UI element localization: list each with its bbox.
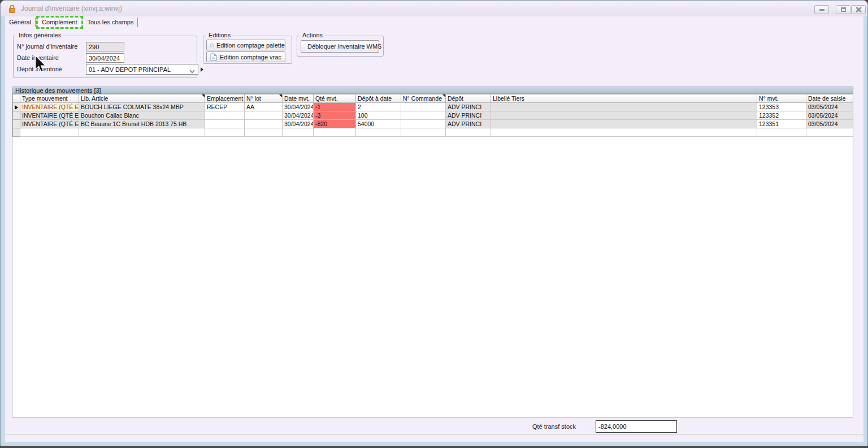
maximize-button[interactable]: [836, 5, 850, 14]
debloquer-inventaire-wms-button[interactable]: Débloquer inventaire WMS: [301, 40, 379, 53]
minimize-button[interactable]: [814, 5, 829, 14]
row-selector[interactable]: [13, 111, 20, 120]
col-n-lot[interactable]: N° lot: [245, 94, 283, 103]
cell-date-saisie[interactable]: [806, 128, 854, 137]
qte-transf-stock-label: Qté transf stock: [508, 423, 576, 430]
window-border-bottom: [1, 442, 868, 446]
cell-lot[interactable]: AA: [245, 103, 283, 111]
journal-number-label: N° journal d'inventaire: [17, 43, 77, 50]
filter-corner-icon: [279, 94, 282, 97]
cell-type[interactable]: INVENTAIRE (QTÉ EN -): [20, 120, 79, 128]
cell-tiers[interactable]: [491, 103, 757, 111]
cell-tiers[interactable]: [491, 128, 757, 137]
cell-lot[interactable]: [245, 120, 283, 128]
col-emplacement[interactable]: Emplacement: [205, 94, 245, 103]
col-date-mvt[interactable]: Date mvt.: [283, 94, 314, 103]
cell-depot[interactable]: ADV PRINCI: [446, 103, 491, 111]
cell-tiers[interactable]: [491, 120, 757, 128]
col-qte-mvt[interactable]: Qté mvt.: [314, 94, 356, 103]
cell-depot-a-date[interactable]: 54000: [356, 120, 401, 128]
cell-depot[interactable]: [446, 128, 491, 137]
report-icon: [210, 53, 217, 61]
close-icon: [856, 7, 861, 12]
grid-header-row: Type mouvement Lib. Article Emplacement …: [13, 94, 854, 103]
tab-complement[interactable]: Complément: [38, 18, 81, 27]
cell-qte-mvt[interactable]: -820: [314, 120, 356, 128]
cell-tiers[interactable]: [491, 111, 757, 120]
current-row-icon: [15, 105, 18, 110]
cell-date-saisie[interactable]: 03/05/2024: [806, 103, 854, 111]
cell-commande[interactable]: [401, 120, 446, 128]
cell-article[interactable]: BOUCH LIEGE COLMATE 38x24 MBP: [79, 103, 205, 111]
cell-type[interactable]: [20, 128, 79, 137]
cell-depot[interactable]: ADV PRINCI: [446, 111, 491, 120]
tab-tous-les-champs[interactable]: Tous les champs: [84, 18, 138, 27]
grid-caption: Historique des mouvements [3]: [12, 87, 853, 94]
col-n-commande[interactable]: N° Commande: [401, 94, 446, 103]
cell-n-mvt[interactable]: 123353: [757, 103, 806, 111]
cell-article[interactable]: BC Beaune 1C Brunet HDB 2013 75 HB: [79, 120, 205, 128]
row-selector[interactable]: [13, 120, 20, 128]
cell-commande[interactable]: [401, 103, 446, 111]
cell-emplacement[interactable]: [205, 111, 245, 120]
journal-number-field[interactable]: [86, 42, 124, 51]
col-n-mvt[interactable]: N° mvt.: [757, 94, 806, 103]
cell-emplacement[interactable]: [205, 120, 245, 128]
cell-date-mvt[interactable]: [283, 128, 314, 137]
group-actions: Actions Débloquer inventaire WMS: [297, 36, 384, 57]
cell-depot-a-date[interactable]: 2: [356, 103, 401, 111]
cell-depot[interactable]: ADV PRINCI: [446, 120, 491, 128]
app-window: Journal d'inventaire (xinvj:a:winvj) Gén…: [0, 0, 868, 446]
cell-type[interactable]: INVENTAIRE (QTÉ EN -): [20, 111, 79, 120]
group-infos-caption: Infos générales: [16, 32, 63, 38]
cell-emplacement[interactable]: RECEP: [205, 103, 245, 111]
row-selector[interactable]: [13, 103, 20, 111]
cell-lot[interactable]: [245, 128, 283, 137]
edition-comptage-palette-button[interactable]: Edition comptage palette: [206, 40, 285, 50]
window-border-left: [1, 16, 5, 446]
depot-detail-arrow-icon[interactable]: [201, 67, 203, 72]
col-depot[interactable]: Dépôt: [446, 94, 491, 103]
col-lib-article[interactable]: Lib. Article: [79, 94, 205, 103]
row-selector[interactable]: [13, 128, 20, 137]
cell-qte-mvt[interactable]: [314, 128, 356, 137]
depot-combobox[interactable]: 01 - ADV DEPOT PRINCIPAL: [86, 64, 198, 75]
cell-emplacement[interactable]: [205, 128, 245, 137]
window-border-right: [863, 16, 868, 446]
qte-transf-stock-field[interactable]: [596, 420, 677, 433]
cell-date-mvt[interactable]: 30/04/2024: [283, 111, 314, 120]
cell-article[interactable]: [79, 128, 205, 137]
cell-depot-a-date[interactable]: [356, 128, 401, 137]
tab-general[interactable]: Général: [5, 18, 36, 27]
cell-date-mvt[interactable]: 30/04/2024: [283, 103, 314, 111]
group-editions-caption: Editions: [206, 32, 233, 38]
col-date-de-saisie[interactable]: Date de saisie: [806, 94, 854, 103]
close-button[interactable]: [851, 5, 866, 14]
table-row: INVENTAIRE (QTÉ EN -) BOUCH LIEGE COLMAT…: [13, 103, 854, 111]
row-selector-header: [13, 94, 20, 103]
col-libelle-tiers[interactable]: Libellé Tiers: [491, 94, 757, 103]
cell-lot[interactable]: [245, 111, 283, 120]
title-bar[interactable]: Journal d'inventaire (xinvj:a:winvj): [1, 1, 868, 16]
cell-date-mvt[interactable]: 30/04/2024: [283, 120, 314, 128]
cell-qte-mvt[interactable]: -1: [314, 103, 356, 111]
mouse-cursor: [33, 55, 47, 75]
col-type-mouvement[interactable]: Type mouvement: [20, 94, 79, 103]
cell-date-saisie[interactable]: 03/05/2024: [806, 111, 854, 120]
cell-commande[interactable]: [401, 128, 446, 137]
edition-comptage-palette-label: Edition comptage palette: [216, 42, 285, 49]
cell-type[interactable]: INVENTAIRE (QTÉ EN -): [20, 103, 79, 111]
col-depot-a-date[interactable]: Dépôt à date: [356, 94, 401, 103]
cell-n-mvt[interactable]: 123351: [757, 120, 806, 128]
cell-date-saisie[interactable]: 03/05/2024: [806, 120, 854, 128]
group-actions-caption: Actions: [300, 32, 325, 38]
cell-depot-a-date[interactable]: 100: [356, 111, 401, 120]
cell-commande[interactable]: [401, 111, 446, 120]
cell-n-mvt[interactable]: [757, 128, 806, 137]
inventory-date-field[interactable]: [86, 53, 124, 63]
cell-n-mvt[interactable]: 123352: [757, 111, 806, 120]
cell-qte-mvt[interactable]: -3: [314, 111, 356, 120]
cell-article[interactable]: Bouchon Callac Blanc: [79, 111, 205, 120]
chevron-down-icon: [189, 68, 195, 75]
edition-comptage-vrac-button[interactable]: Edition comptage vrac: [206, 51, 285, 62]
